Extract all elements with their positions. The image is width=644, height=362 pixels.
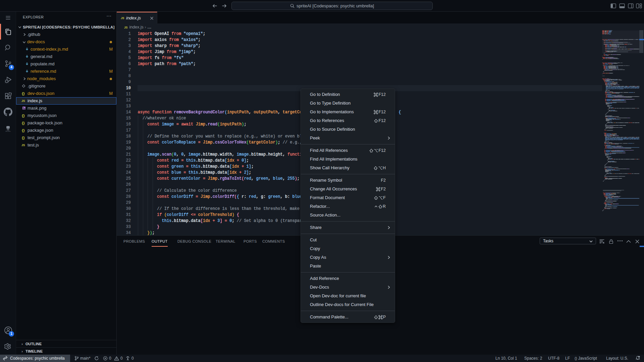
svg-text:Dev-Docs: Dev-Docs [6,131,11,132]
